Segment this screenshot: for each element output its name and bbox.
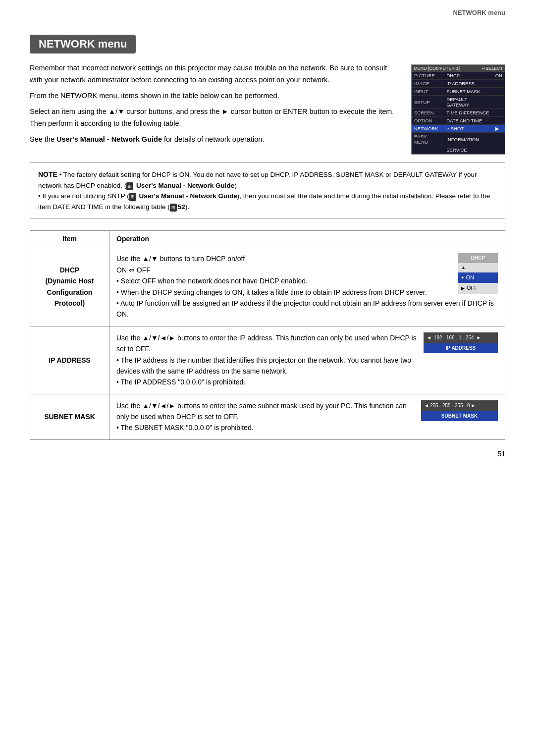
- subnet-op-line2: • The SUBNET MASK "0.0.0.0" is prohibite…: [116, 422, 498, 433]
- menu-cell-left: IMAGE: [412, 80, 444, 88]
- ip-widget-label: IP ADDRESS: [424, 343, 498, 353]
- menu-cell-value: [493, 117, 505, 125]
- menu-row: SCREEN TIME DIFFERENCE: [412, 109, 505, 117]
- menu-cell-right: DATE AND TIME: [444, 117, 492, 125]
- menu-cell-left: [412, 146, 444, 154]
- menu-cell-left: PICTURE: [412, 72, 444, 80]
- page-container: NETWORK menu NETWORK menu Remember that …: [0, 0, 535, 487]
- menu-cell-right-active: e-SHOT: [444, 125, 492, 133]
- dhcp-widget-row-empty: ▲: [458, 263, 498, 272]
- menu-row: SETUP DEFAULT GATEWAY: [412, 96, 505, 109]
- dhcp-op-line2: ON ⇔ OFF: [116, 265, 498, 275]
- dhcp-sublabel: (Dynamic HostConfigurationProtocol): [45, 277, 94, 307]
- dhcp-op-line4: • When the DHCP setting changes to ON, i…: [116, 287, 498, 298]
- ip-arrow-right: ►: [477, 334, 482, 342]
- intro-para4: See the User's Manual - Network Guide fo…: [30, 134, 401, 146]
- intro-section: Remember that incorrect network settings…: [30, 62, 505, 155]
- subnet-arrow-left: ◄: [424, 402, 429, 410]
- menu-rows: PICTURE DHCP ON IMAGE IP ADDRESS INPUT S…: [412, 72, 505, 154]
- menu-row: NETWORK e-SHOT ▶: [412, 125, 505, 133]
- menu-row: EASY MENU INFORMATION: [412, 133, 505, 146]
- book-icon-2: ⊞: [129, 193, 136, 201]
- menu-cell-right: SERVICE: [444, 146, 492, 154]
- ip-value-row: ◄ 192 . 168 . 1 . 254 ►: [424, 332, 498, 343]
- dhcp-label: DHCP: [60, 266, 80, 274]
- menu-cell-value: [493, 146, 505, 154]
- note-title: NOTE: [38, 170, 57, 178]
- intro-para1: Remember that incorrect network settings…: [30, 62, 401, 86]
- dhcp-item-cell: DHCP (Dynamic HostConfigurationProtocol): [30, 247, 109, 326]
- ip-value: 192 . 168 . 1 . 254: [434, 334, 474, 342]
- table-row: DHCP (Dynamic HostConfigurationProtocol)…: [30, 247, 505, 326]
- dhcp-widget-row-on: ● ON: [458, 272, 498, 283]
- book-icon-1: ⊞: [126, 182, 133, 190]
- menu-cell-right: IP ADDRESS: [444, 80, 492, 88]
- menu-cell-left: OPTION: [412, 117, 444, 125]
- note-para1: NOTE • The factory default setting for D…: [38, 169, 497, 191]
- table-row: IP ADDRESS ◄ 192 . 168 . 1 . 254 ► IP AD…: [30, 326, 505, 394]
- dhcp-op-line1: Use the ▲/▼ buttons to turn DHCP on/off: [116, 253, 498, 264]
- dhcp-bullet: ●: [461, 274, 464, 281]
- note-para2: • If you are not utilizing SNTP (⊞ User'…: [38, 191, 497, 212]
- intro-para3: Select an item using the ▲/▼ cursor butt…: [30, 106, 401, 130]
- col-item-header: Item: [30, 231, 109, 247]
- menu-cell-value: ▶: [493, 125, 505, 133]
- ip-op-line3: • The IP ADDRESS "0.0.0.0" is prohibited…: [116, 377, 498, 387]
- dhcp-operation-cell: DHCP ▲ ● ON ▶ OFF: [109, 247, 505, 326]
- menu-cell-left: INPUT: [412, 88, 444, 96]
- dhcp-op-content: DHCP ▲ ● ON ▶ OFF: [116, 253, 498, 320]
- dhcp-arrow-up: ▲: [461, 264, 466, 271]
- menu-cell-left: EASY MENU: [412, 133, 444, 146]
- dhcp-widget-title: DHCP: [458, 253, 498, 263]
- subnet-arrow-right: ►: [471, 402, 476, 410]
- main-table: Item Operation DHCP (Dynamic HostConfigu…: [30, 230, 505, 439]
- menu-top-bar: MENU [COMPUTER 1] ⇔SELECT: [412, 65, 505, 72]
- subnet-op-content: ◄ 255 . 255 . 255 . 0 ► SUBNET MASK Use …: [116, 400, 498, 433]
- subnet-widget-label: SUBNET MASK: [421, 411, 498, 421]
- subnet-widget: ◄ 255 . 255 . 255 . 0 ► SUBNET MASK: [421, 400, 498, 421]
- col-operation-header: Operation: [109, 231, 505, 247]
- ip-label: IP ADDRESS: [49, 356, 91, 364]
- menu-cell-right: DHCP: [444, 72, 492, 80]
- dhcp-widget: DHCP ▲ ● ON ▶ OFF: [458, 253, 498, 294]
- menu-top-right: ⇔SELECT: [482, 66, 503, 71]
- menu-cell-right: TIME DIFFERENCE: [444, 109, 492, 117]
- subnet-item-cell: SUBNET MASK: [30, 394, 109, 439]
- table-row: SUBNET MASK ◄ 255 . 255 . 255 . 0 ► SUBN…: [30, 394, 505, 439]
- menu-cell-right: DEFAULT GATEWAY: [444, 96, 492, 109]
- menu-row: SERVICE: [412, 146, 505, 154]
- menu-cell-left-active: NETWORK: [412, 125, 444, 133]
- ip-widget: ◄ 192 . 168 . 1 . 254 ► IP ADDRESS: [424, 332, 498, 353]
- menu-row: IMAGE IP ADDRESS: [412, 80, 505, 88]
- dhcp-op-line3: • Select OFF when the network does not h…: [116, 275, 498, 286]
- page-title: NETWORK menu: [30, 35, 136, 54]
- menu-cell-right: SUBNET MASK: [444, 88, 492, 96]
- menu-cell-right: INFORMATION: [444, 133, 492, 146]
- dhcp-arrow-right: ▶: [461, 285, 465, 292]
- top-header-label: NETWORK menu: [453, 9, 505, 16]
- menu-row: PICTURE DHCP ON: [412, 72, 505, 80]
- menu-top-left: MENU [COMPUTER 1]: [414, 66, 460, 71]
- table-header-row: Item Operation: [30, 231, 505, 247]
- dhcp-widget-row-off: ▶ OFF: [458, 283, 498, 294]
- ip-op-line2: • The IP address is the number that iden…: [116, 355, 498, 377]
- ip-item-cell: IP ADDRESS: [30, 326, 109, 394]
- menu-cell-value: [493, 80, 505, 88]
- page-number: 51: [30, 440, 505, 458]
- intro-para2: From the NETWORK menu, items shown in th…: [30, 90, 401, 102]
- menu-cell-left: SETUP: [412, 96, 444, 109]
- ip-arrow-left: ◄: [427, 334, 431, 342]
- intro-text: Remember that incorrect network settings…: [30, 62, 401, 150]
- dhcp-op-line5: • Auto IP function will be assigned an I…: [116, 298, 498, 320]
- subnet-value-row: ◄ 255 . 255 . 255 . 0 ►: [421, 400, 498, 411]
- note-box: NOTE • The factory default setting for D…: [30, 162, 505, 218]
- subnet-value: 255 . 255 . 255 . 0: [430, 402, 470, 410]
- menu-row: INPUT SUBNET MASK: [412, 88, 505, 96]
- ip-operation-cell: ◄ 192 . 168 . 1 . 254 ► IP ADDRESS Use t…: [109, 326, 505, 394]
- menu-cell-value: [493, 133, 505, 146]
- subnet-label: SUBNET MASK: [44, 413, 95, 421]
- book-icon-3: ⊞: [170, 204, 177, 212]
- menu-cell-value: [493, 88, 505, 96]
- ip-op-content: ◄ 192 . 168 . 1 . 254 ► IP ADDRESS Use t…: [116, 332, 498, 388]
- menu-cell-left: SCREEN: [412, 109, 444, 117]
